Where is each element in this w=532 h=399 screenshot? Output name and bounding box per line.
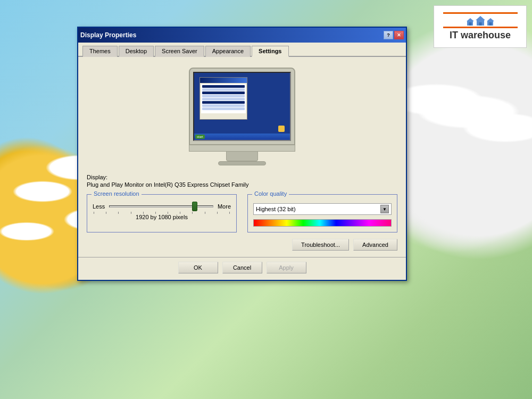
house-roof-2 xyxy=(476,16,485,20)
logo-line-bottom xyxy=(443,27,518,28)
mini-item-1 xyxy=(202,85,245,88)
slider-fill xyxy=(110,206,197,207)
mini-item-8 xyxy=(202,107,245,110)
select-arrow-icon: ▼ xyxy=(380,205,389,213)
monitor-preview: start xyxy=(87,68,397,165)
tick-12 xyxy=(229,212,230,214)
house-body-3 xyxy=(487,21,493,26)
more-label: More xyxy=(218,203,231,210)
mini-item-3 xyxy=(202,92,245,94)
color-quality-select[interactable]: Highest (32 bit) ▼ xyxy=(253,203,392,215)
tab-themes[interactable]: Themes xyxy=(82,46,118,57)
cancel-button[interactable]: Cancel xyxy=(222,262,262,273)
advanced-button[interactable]: Advanced xyxy=(353,239,397,251)
less-label: Less xyxy=(93,203,105,210)
mini-item-2 xyxy=(202,88,245,91)
slider-thumb xyxy=(192,202,197,211)
display-properties-dialog: Display Properties ? ✕ Themes Desktop Sc… xyxy=(77,27,407,281)
tab-settings[interactable]: Settings xyxy=(252,46,288,57)
mini-item-5 xyxy=(202,98,245,101)
mini-icon xyxy=(278,126,285,132)
tick-9 xyxy=(192,212,193,214)
logo-it: IT xyxy=(450,30,458,40)
tick-4 xyxy=(131,212,131,214)
house-body-2 xyxy=(477,20,484,26)
controls-row: Screen resolution Less More xyxy=(87,194,397,232)
mini-item-4 xyxy=(202,95,245,97)
title-bar-buttons: ? ✕ xyxy=(384,31,404,39)
resolution-value: 1920 by 1080 pixels xyxy=(93,214,231,220)
dialog-buttons: OK Cancel Apply xyxy=(78,257,406,280)
display-value: Plug and Play Monitor on Intel(R) Q35 Ex… xyxy=(87,181,397,188)
monitor-stand xyxy=(226,152,258,161)
tab-appearance[interactable]: Appearance xyxy=(205,46,251,57)
title-bar: Display Properties ? ✕ xyxy=(78,28,406,43)
monitor-base-top xyxy=(189,145,295,152)
resolution-row: Less More xyxy=(93,203,231,210)
close-button[interactable]: ✕ xyxy=(394,31,404,39)
help-button[interactable]: ? xyxy=(384,31,393,39)
resolution-slider[interactable] xyxy=(109,205,213,207)
tick-10 xyxy=(205,212,205,214)
logo-houses xyxy=(467,16,494,26)
apply-button[interactable]: Apply xyxy=(267,262,306,273)
house-icon-1 xyxy=(467,18,474,26)
tick-11 xyxy=(217,212,218,214)
mini-desktop: start xyxy=(194,73,290,140)
color-select-value: Highest (32 bit) xyxy=(256,206,296,212)
resolution-legend: Screen resolution xyxy=(92,190,142,197)
mini-win-title xyxy=(200,78,247,83)
logo-text: IT warehouse xyxy=(450,30,511,41)
display-label: Display: xyxy=(87,174,397,180)
display-info: Display: Plug and Play Monitor on Intel(… xyxy=(87,174,397,188)
mini-taskbar: start xyxy=(194,134,290,140)
resolution-group: Screen resolution Less More xyxy=(87,194,237,232)
mini-item-6 xyxy=(202,101,245,104)
troubleshoot-row: Troubleshoot... Advanced xyxy=(87,239,397,251)
color-legend: Color quality xyxy=(252,190,289,197)
tab-screen-saver[interactable]: Screen Saver xyxy=(155,46,204,57)
color-group: Color quality Highest (32 bit) ▼ xyxy=(247,194,397,232)
tab-desktop[interactable]: Desktop xyxy=(119,46,154,57)
logo-line-top xyxy=(443,12,518,14)
ok-button[interactable]: OK xyxy=(178,262,218,273)
dialog-content: start Display: Plug and Play Monitor on … xyxy=(78,57,406,257)
mini-start: start xyxy=(195,135,205,139)
house-body-1 xyxy=(467,21,473,26)
mini-win-content xyxy=(201,84,246,113)
house-icon-3 xyxy=(487,18,494,26)
logo-warehouse: warehouse xyxy=(458,30,511,40)
mini-window xyxy=(200,77,247,120)
color-bar xyxy=(253,219,392,227)
mini-item-7 xyxy=(202,104,245,107)
logo-box: IT warehouse xyxy=(434,5,527,48)
tick-2 xyxy=(106,212,106,214)
tick-3 xyxy=(118,212,119,214)
monitor-outer: start xyxy=(189,68,295,145)
troubleshoot-button[interactable]: Troubleshoot... xyxy=(292,239,349,251)
monitor-screen: start xyxy=(193,72,291,141)
dialog-title: Display Properties xyxy=(80,31,136,39)
tab-bar: Themes Desktop Screen Saver Appearance S… xyxy=(78,43,406,57)
monitor-foot xyxy=(218,161,266,165)
tick-1 xyxy=(94,212,94,214)
house-icon-2 xyxy=(476,16,485,26)
